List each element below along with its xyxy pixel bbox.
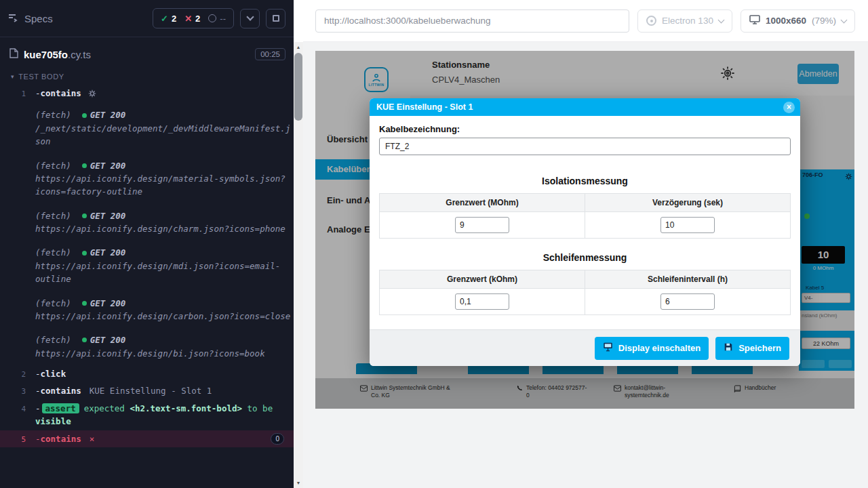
command-number: 2 (0, 367, 35, 380)
chevron-down-icon: ▾ (11, 73, 14, 80)
command-number: 1 (0, 87, 35, 101)
assert-to-be: to be (248, 403, 273, 413)
command-row-contains-1[interactable]: 1 -contains (0, 85, 294, 103)
monitor-icon (749, 15, 760, 26)
status-dot-icon (82, 251, 87, 256)
pending-icon (208, 14, 216, 22)
request-url: https://api.iconify.design/material-symb… (35, 174, 285, 197)
stat-passed: ✓2 (161, 14, 176, 24)
network-log-row[interactable]: (fetch)GET 200 https://api.iconify.desig… (0, 291, 294, 329)
cypress-reporter: Specs ✓2 ✕2 -- kue705fo.cy.ts 00:25 ▾ TE… (0, 0, 294, 488)
network-log-row[interactable]: (fetch)GET 200 https://api.iconify.desig… (0, 328, 294, 365)
command-number: 5 (0, 432, 35, 445)
retry-count-badge: 0 (271, 433, 284, 445)
assert-visible: visible (35, 416, 71, 426)
fetch-tag: (fetch) (35, 333, 71, 346)
command-log: 1 -contains (fetch)GET 200 /_next/static… (0, 85, 294, 447)
assert-selector: <h2.text-sm.font-bold> (130, 403, 242, 413)
fetch-tag: (fetch) (35, 108, 71, 121)
viewport-zoom: (79%) (812, 16, 836, 26)
viewport-size: 1000x660 (766, 16, 806, 26)
stat-failed: ✕2 (184, 14, 200, 24)
schleifenmessung-title: Schleifenmessung (379, 252, 791, 263)
verzoegerung-header: Verzögerung (sek) (585, 194, 791, 212)
aut-toolbar: Electron 130 1000x660 (79%) (303, 0, 868, 42)
command-row-contains-failed[interactable]: 5 -contains× 0 (0, 430, 294, 447)
viewport-selector[interactable]: 1000x660 (79%) (741, 9, 855, 33)
specs-label: Specs (24, 13, 53, 24)
stat-pending: -- (208, 14, 226, 24)
url-input[interactable] (324, 16, 620, 26)
spec-duration: 00:25 (255, 48, 285, 60)
fetch-tag: (fetch) (35, 297, 71, 310)
network-log-row[interactable]: (fetch)GET 200 https://api.iconify.desig… (0, 241, 294, 291)
display-icon (603, 342, 613, 354)
request-url: https://api.iconify.design/charm.json?ic… (35, 224, 285, 234)
scrollbar-thumb[interactable] (294, 53, 302, 121)
command-number: 4 (0, 402, 35, 428)
reporter-scrollbar: ▲ ▼ (294, 0, 303, 488)
stop-icon (273, 15, 279, 22)
test-body-label: TEST BODY (18, 73, 64, 81)
fetch-tag: (fetch) (35, 246, 71, 259)
command-row-assert[interactable]: 4 -assertexpected <h2.text-sm.font-bold>… (0, 400, 294, 430)
aut-panel: Electron 130 1000x660 (79%) LITTWIN Stat… (303, 0, 868, 488)
reporter-topbar: Specs ✓2 ✕2 -- (0, 0, 294, 37)
chevron-down-icon (246, 13, 254, 20)
collapse-button[interactable] (240, 9, 260, 28)
scroll-down-arrow[interactable]: ▼ (294, 478, 303, 488)
command-row-contains-3[interactable]: 3 -containsKUE Einstellung - Slot 1 (0, 382, 294, 399)
app-under-test: LITTWIN Stationsname CPLV4_Maschen Abmel… (315, 51, 854, 409)
grenzwert-kohm-header: Grenzwert (kOhm) (380, 270, 585, 289)
schleifenintervall-header: Schleifenintervall (h) (585, 270, 791, 289)
chevron-down-icon (717, 16, 724, 23)
schleifenintervall-input[interactable] (660, 293, 715, 310)
command-argument: × (90, 434, 95, 444)
close-icon[interactable]: × (783, 102, 795, 113)
fetch-tag: (fetch) (35, 209, 71, 222)
display-einschalten-button[interactable]: Display einschalten (595, 337, 709, 360)
spec-name: kue705fo (24, 49, 68, 60)
http-status: GET 200 (90, 246, 126, 259)
grenzwert-kohm-input[interactable] (455, 293, 509, 310)
command-number: 3 (0, 384, 35, 397)
command-argument: KUE Einstellung - Slot 1 (90, 386, 212, 396)
command-name: click (41, 369, 66, 379)
status-dot-icon (82, 214, 87, 218)
request-url: https://api.iconify.design/carbon.json?i… (35, 311, 290, 321)
gear-icon (88, 89, 96, 100)
stop-button[interactable] (266, 9, 285, 28)
electron-icon (646, 16, 656, 26)
kue-settings-modal: KUE Einstellung - Slot 1 × Kabelbezeichn… (370, 98, 800, 366)
modal-footer: Display einschalten Speichern (370, 329, 800, 366)
schleifenmessung-table: Grenzwert (kOhm) Schleifenintervall (h) (379, 270, 791, 315)
assert-badge: assert (42, 403, 79, 413)
kabelbezeichnung-input[interactable] (379, 138, 791, 155)
chevron-down-icon (841, 16, 848, 23)
test-body-toggle[interactable]: ▾ TEST BODY (0, 67, 294, 85)
url-bar[interactable] (315, 9, 629, 33)
network-log-row[interactable]: (fetch)GET 200 https://api.iconify.desig… (0, 204, 294, 241)
specs-button[interactable]: Specs (8, 13, 53, 24)
modal-header: KUE Einstellung - Slot 1 × (370, 98, 800, 116)
spec-file-row[interactable]: kue705fo.cy.ts 00:25 (0, 37, 294, 67)
spec-ext: .cy.ts (68, 49, 91, 60)
grenzwert-mohm-input[interactable] (455, 217, 509, 233)
browser-selector[interactable]: Electron 130 (637, 9, 732, 33)
test-stats: ✓2 ✕2 -- (153, 8, 234, 28)
modal-body: Kabelbezeichnung: Isolationsmessung Gren… (370, 116, 800, 329)
save-icon (724, 342, 733, 354)
status-dot-icon (82, 301, 87, 306)
request-url: /_next/static/development/_devMiddleware… (35, 123, 290, 146)
modal-title: KUE Einstellung - Slot 1 (376, 102, 473, 112)
speichern-button[interactable]: Speichern (715, 337, 789, 360)
scroll-up-arrow[interactable]: ▲ (294, 42, 303, 52)
command-row-click[interactable]: 2 -click (0, 365, 294, 382)
verzoegerung-input[interactable] (660, 217, 715, 233)
browser-label: Electron 130 (662, 16, 713, 26)
command-name: contains (41, 386, 81, 396)
network-log-row[interactable]: (fetch)GET 200 /_next/static/development… (0, 103, 294, 153)
scrollbar-track[interactable]: ▲ ▼ (294, 42, 303, 488)
status-dot-icon (82, 113, 87, 118)
network-log-row[interactable]: (fetch)GET 200 https://api.iconify.desig… (0, 154, 294, 204)
